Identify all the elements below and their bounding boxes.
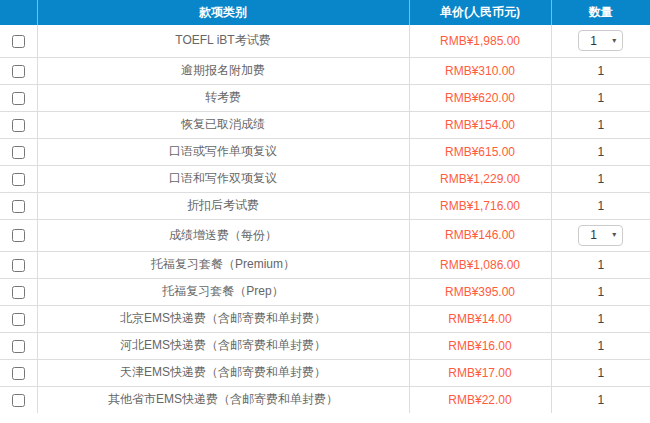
fee-quantity-cell: 1	[551, 84, 650, 111]
quantity-value: 1	[597, 91, 604, 105]
table-row: 托福复习套餐（Premium） RMB¥1,086.00 1	[0, 251, 650, 278]
fee-price-value: RMB¥1,985.00	[440, 34, 520, 48]
checkbox-cell	[0, 219, 37, 251]
fee-price-value: RMB¥395.00	[445, 285, 515, 299]
quantity-value: 1	[597, 366, 604, 380]
table-row: 恢复已取消成绩 RMB¥154.00 1	[0, 111, 650, 138]
column-header-quantity: 数量	[551, 0, 650, 25]
quantity-select[interactable]: 1 ▾	[578, 225, 623, 246]
fee-price-value: RMB¥1,086.00	[440, 258, 520, 272]
fee-category-cell: TOEFL iBT考试费	[37, 25, 409, 57]
row-checkbox[interactable]	[12, 259, 25, 272]
table-row: 托福复习套餐（Prep） RMB¥395.00 1	[0, 278, 650, 305]
fee-category-label: 托福复习套餐（Prep）	[162, 284, 283, 298]
checkbox-cell	[0, 57, 37, 84]
quantity-value: 1	[597, 64, 604, 78]
fee-category-label: TOEFL iBT考试费	[175, 33, 270, 47]
fee-price-cell: RMB¥146.00	[409, 219, 551, 251]
row-checkbox[interactable]	[12, 173, 25, 186]
fee-category-cell: 转考费	[37, 84, 409, 111]
quantity-value: 1	[597, 258, 604, 272]
quantity-select-value: 1	[590, 34, 597, 48]
table-row: 逾期报名附加费 RMB¥310.00 1	[0, 57, 650, 84]
fee-price-value: RMB¥14.00	[448, 312, 511, 326]
column-header-price: 单价(人民币元)	[409, 0, 551, 25]
fee-quantity-cell: 1	[551, 386, 650, 413]
table-row: 天津EMS快递费（含邮寄费和单封费） RMB¥17.00 1	[0, 359, 650, 386]
quantity-value: 1	[597, 172, 604, 186]
fee-price-value: RMB¥154.00	[445, 118, 515, 132]
quantity-value: 1	[597, 145, 604, 159]
fee-category-cell: 河北EMS快递费（含邮寄费和单封费）	[37, 332, 409, 359]
row-checkbox[interactable]	[12, 394, 25, 407]
table-row: TOEFL iBT考试费 RMB¥1,985.00 1 ▾	[0, 25, 650, 57]
checkbox-cell	[0, 386, 37, 413]
fee-price-cell: RMB¥154.00	[409, 111, 551, 138]
fee-price-value: RMB¥620.00	[445, 91, 515, 105]
row-checkbox[interactable]	[12, 340, 25, 353]
quantity-value: 1	[597, 339, 604, 353]
fee-price-cell: RMB¥1,985.00	[409, 25, 551, 57]
fee-category-cell: 逾期报名附加费	[37, 57, 409, 84]
fee-category-label: 天津EMS快递费（含邮寄费和单封费）	[120, 365, 326, 379]
quantity-value: 1	[597, 199, 604, 213]
fee-quantity-cell: 1	[551, 305, 650, 332]
quantity-select[interactable]: 1 ▾	[578, 30, 623, 51]
fee-category-cell: 托福复习套餐（Prep）	[37, 278, 409, 305]
fee-category-label: 托福复习套餐（Premium）	[151, 257, 295, 271]
quantity-value: 1	[597, 118, 604, 132]
fee-category-cell: 其他省市EMS快递费（含邮寄费和单封费）	[37, 386, 409, 413]
fee-quantity-cell: 1 ▾	[551, 219, 650, 251]
fee-table: 款项类别 单价(人民币元) 数量 TOEFL iBT考试费 RMB¥1,985.…	[0, 0, 650, 413]
row-checkbox[interactable]	[12, 367, 25, 380]
table-row: 转考费 RMB¥620.00 1	[0, 84, 650, 111]
row-checkbox[interactable]	[12, 119, 25, 132]
fee-table-header: 款项类别 单价(人民币元) 数量	[0, 0, 650, 25]
fee-quantity-cell: 1 ▾	[551, 25, 650, 57]
fee-price-cell: RMB¥615.00	[409, 138, 551, 165]
row-checkbox[interactable]	[12, 313, 25, 326]
checkbox-cell	[0, 84, 37, 111]
fee-quantity-cell: 1	[551, 111, 650, 138]
fee-price-value: RMB¥22.00	[448, 393, 511, 407]
row-checkbox[interactable]	[12, 200, 25, 213]
fee-category-label: 折扣后考试费	[187, 198, 259, 212]
fee-price-value: RMB¥17.00	[448, 366, 511, 380]
row-checkbox[interactable]	[12, 92, 25, 105]
row-checkbox[interactable]	[12, 286, 25, 299]
checkbox-cell	[0, 25, 37, 57]
table-row: 折扣后考试费 RMB¥1,716.00 1	[0, 192, 650, 219]
row-checkbox[interactable]	[12, 146, 25, 159]
fee-category-cell: 口语和写作双项复议	[37, 165, 409, 192]
fee-price-value: RMB¥146.00	[445, 228, 515, 242]
fee-quantity-cell: 1	[551, 57, 650, 84]
fee-category-cell: 天津EMS快递费（含邮寄费和单封费）	[37, 359, 409, 386]
table-row: 其他省市EMS快递费（含邮寄费和单封费） RMB¥22.00 1	[0, 386, 650, 413]
fee-category-label: 成绩增送费（每份）	[169, 228, 277, 242]
fee-category-label: 河北EMS快递费（含邮寄费和单封费）	[120, 338, 326, 352]
column-header-category: 款项类别	[37, 0, 409, 25]
fee-category-cell: 恢复已取消成绩	[37, 111, 409, 138]
checkbox-cell	[0, 165, 37, 192]
fee-category-label: 口语和写作双项复议	[169, 171, 277, 185]
select-column-header	[0, 0, 37, 25]
table-row: 河北EMS快递费（含邮寄费和单封费） RMB¥16.00 1	[0, 332, 650, 359]
fee-price-cell: RMB¥1,086.00	[409, 251, 551, 278]
fee-category-cell: 口语或写作单项复议	[37, 138, 409, 165]
quantity-select-value: 1	[590, 228, 597, 242]
row-checkbox[interactable]	[12, 35, 25, 48]
row-checkbox[interactable]	[12, 229, 25, 242]
fee-price-cell: RMB¥1,716.00	[409, 192, 551, 219]
checkbox-cell	[0, 251, 37, 278]
table-row: 北京EMS快递费（含邮寄费和单封费） RMB¥14.00 1	[0, 305, 650, 332]
fee-price-value: RMB¥16.00	[448, 339, 511, 353]
table-row: 口语和写作双项复议 RMB¥1,229.00 1	[0, 165, 650, 192]
fee-quantity-cell: 1	[551, 165, 650, 192]
fee-price-value: RMB¥615.00	[445, 145, 515, 159]
fee-category-label: 北京EMS快递费（含邮寄费和单封费）	[120, 311, 326, 325]
fee-table-body: TOEFL iBT考试费 RMB¥1,985.00 1 ▾ 逾期报名附加费 RM…	[0, 25, 650, 413]
fee-category-cell: 托福复习套餐（Premium）	[37, 251, 409, 278]
checkbox-cell	[0, 192, 37, 219]
row-checkbox[interactable]	[12, 65, 25, 78]
fee-price-cell: RMB¥22.00	[409, 386, 551, 413]
